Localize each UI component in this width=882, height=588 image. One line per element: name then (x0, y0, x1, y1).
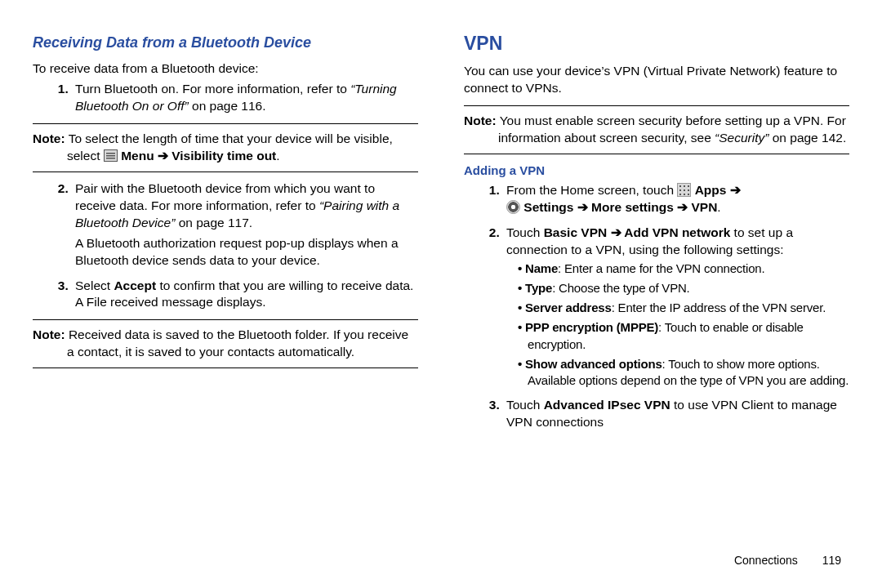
arrow-icon: ➔ (607, 225, 624, 239)
heading-vpn: VPN (464, 31, 849, 56)
note-label: Note: (33, 131, 65, 145)
step-3: Select Accept to confirm that you are wi… (72, 278, 418, 312)
b1k: Name (525, 261, 558, 275)
apps-icon (677, 183, 691, 197)
b2v: : Choose the type of VPN. (552, 281, 689, 295)
step3-a: Select (75, 278, 114, 292)
page-footer: Connections 119 (734, 553, 841, 568)
steps-list-1: Turn Bluetooth on. For more information,… (33, 81, 418, 115)
b3k: Server address (525, 301, 612, 314)
vpn-steps: From the Home screen, touch Apps ➔ Setti… (464, 182, 849, 431)
note-screen-security: Note: You must enable screen security be… (464, 105, 849, 154)
s1-a: From the Home screen, touch (506, 183, 677, 197)
heading-receiving-data: Receiving Data from a Bluetooth Device (33, 33, 418, 52)
b3v: : Enter the IP address of the VPN server… (612, 301, 826, 314)
bullet-advanced: Show advanced options: Touch to show mor… (518, 356, 849, 390)
note-r-b: on page 142. (768, 131, 846, 145)
arrow-icon: ➔ (573, 200, 591, 214)
settings-icon (506, 200, 520, 214)
b1v: : Enter a name for the VPN connection. (558, 261, 764, 275)
step-1: Turn Bluetooth on. For more information,… (72, 81, 418, 115)
vpn-step-1: From the Home screen, touch Apps ➔ Setti… (503, 182, 849, 216)
vpn-step-3: Touch Advanced IPsec VPN to use VPN Clie… (503, 397, 849, 431)
note1-c: . (276, 149, 279, 163)
b2k: Type (525, 281, 552, 295)
note2-body: Received data is saved to the Bluetooth … (65, 327, 408, 359)
heading-adding-vpn: Adding a VPN (464, 163, 849, 179)
step1-text-a: Turn Bluetooth on. For more information,… (75, 82, 350, 96)
vpn-step-2: Touch Basic VPN ➔ Add VPN network to set… (503, 225, 849, 390)
step-2: Pair with the Bluetooth device from whic… (72, 180, 418, 270)
footer-page-number: 119 (822, 553, 841, 568)
intro-text: To receive data from a Bluetooth device: (33, 60, 418, 78)
footer-section: Connections (734, 554, 798, 567)
bullet-ppp: PPP encryption (MPPE): Touch to enable o… (518, 319, 849, 353)
s2-b2: Add VPN network (624, 225, 730, 239)
s3-a: Touch (506, 398, 544, 412)
manual-page: Receiving Data from a Bluetooth Device T… (33, 29, 849, 439)
arrow-icon: ➔ (154, 149, 172, 163)
bullet-server: Server address: Enter the IP address of … (518, 300, 849, 316)
s3-b: Advanced IPsec VPN (544, 398, 670, 412)
left-column: Receiving Data from a Bluetooth Device T… (33, 29, 418, 439)
step2-b: on page 117. (175, 216, 252, 229)
s1-apps: Apps (695, 183, 727, 197)
s1-more: More settings (591, 200, 674, 214)
vpn-intro: You can use your device’s VPN (Virtual P… (464, 63, 849, 97)
steps-list-2: Pair with the Bluetooth device from whic… (33, 180, 418, 311)
note-visibility-timeout: Note: To select the length of time that … (33, 123, 418, 172)
s2-b1: Basic VPN (544, 225, 608, 239)
s2-a: Touch (506, 225, 544, 239)
note-received-data: Note: Received data is saved to the Blue… (33, 319, 418, 368)
step1-text-b: on page 116. (189, 99, 266, 113)
note-label-r: Note: (464, 114, 497, 127)
step3-accept: Accept (114, 278, 156, 292)
arrow-icon: ➔ (674, 200, 692, 214)
arrow-icon: ➔ (726, 183, 740, 197)
b5k: Show advanced options (525, 357, 662, 371)
bullet-type: Type: Choose the type of VPN. (518, 280, 849, 296)
s1-vpn: VPN (691, 200, 717, 214)
s1-dot: . (717, 200, 720, 214)
b4k: PPP encryption (MPPE) (525, 320, 658, 334)
s1-settings: Settings (523, 200, 573, 214)
menu-icon (104, 149, 118, 162)
note-r-ref: “Security” (715, 131, 768, 145)
note1-menu: Menu (121, 149, 154, 163)
note1-b: Visibility time out (172, 149, 276, 163)
vpn-settings-list: Name: Enter a name for the VPN connectio… (506, 261, 849, 390)
right-column: VPN You can use your device’s VPN (Virtu… (464, 29, 849, 439)
step2-p2: A Bluetooth authorization request pop-up… (75, 235, 418, 270)
note2-label: Note: (33, 327, 65, 341)
bullet-name: Name: Enter a name for the VPN connectio… (518, 261, 849, 277)
